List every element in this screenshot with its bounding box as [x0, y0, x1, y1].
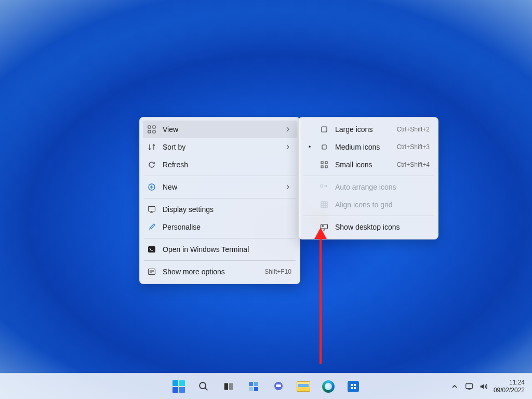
search-icon: [198, 381, 209, 392]
store-button[interactable]: [342, 376, 364, 397]
menu-item-shortcut: Shift+F10: [256, 268, 291, 275]
clock-time: 11:24: [494, 379, 525, 387]
menu-item-terminal[interactable]: Open in Windows Terminal: [143, 241, 297, 258]
edge-button[interactable]: [317, 376, 339, 397]
menu-item-label: Show more options: [163, 268, 250, 276]
svg-rect-26: [351, 384, 353, 386]
menu-item-label: New: [163, 183, 279, 191]
menu-separator: [303, 216, 434, 216]
menu-separator: [144, 260, 296, 261]
terminal-icon: [147, 245, 156, 254]
taskbar-center: [168, 374, 364, 399]
menu-item-label: Medium icons: [335, 143, 382, 151]
submenu-item-align-to-grid[interactable]: • Align icons to grid: [302, 196, 435, 214]
view-icon: [147, 125, 156, 134]
menu-item-label: Personalise: [163, 223, 291, 231]
svg-rect-27: [354, 384, 356, 386]
svg-rect-18: [224, 383, 228, 390]
menu-item-label: View: [163, 125, 279, 134]
edge-icon: [322, 380, 335, 393]
menu-item-label: Auto arrange icons: [335, 183, 430, 191]
svg-rect-14: [321, 185, 323, 187]
windows-logo-icon: [172, 380, 185, 393]
menu-separator: [144, 238, 296, 238]
start-button[interactable]: [168, 376, 190, 397]
svg-rect-12: [321, 166, 323, 168]
menu-separator: [303, 176, 434, 176]
auto-arrange-icon: [320, 182, 329, 192]
submenu-item-medium-icons[interactable]: • Medium icons Ctrl+Shift+3: [302, 138, 435, 156]
svg-rect-9: [322, 145, 326, 149]
tray-overflow-button[interactable]: [450, 382, 459, 391]
svg-rect-25: [276, 384, 281, 387]
submenu-item-auto-arrange[interactable]: • Auto arrange icons: [302, 178, 435, 196]
svg-rect-29: [354, 387, 356, 389]
menu-item-display-settings[interactable]: Display settings: [143, 201, 297, 218]
svg-rect-11: [325, 162, 327, 164]
svg-rect-19: [229, 383, 233, 390]
menu-item-shortcut: Ctrl+Shift+3: [389, 143, 430, 151]
more-options-icon: [147, 267, 156, 276]
svg-point-17: [200, 382, 206, 389]
menu-item-label: Large icons: [335, 125, 382, 134]
menu-item-personalise[interactable]: Personalise: [143, 218, 297, 236]
menu-item-shortcut: Ctrl+Shift+2: [389, 126, 430, 133]
svg-rect-20: [249, 382, 253, 386]
menu-separator: [144, 176, 296, 176]
sort-icon: [147, 142, 156, 152]
volume-icon[interactable]: [479, 382, 488, 391]
search-button[interactable]: [193, 376, 215, 397]
menu-item-label: Display settings: [163, 205, 291, 214]
submenu-item-large-icons[interactable]: • Large icons Ctrl+Shift+2: [302, 121, 435, 138]
taskbar: 11:24 09/02/2022: [0, 373, 532, 399]
menu-item-show-more-options[interactable]: Show more options Shift+F10: [143, 263, 297, 281]
menu-item-refresh[interactable]: Refresh: [143, 156, 297, 174]
chevron-right-icon: [285, 184, 291, 190]
svg-rect-0: [148, 126, 151, 128]
plus-circle-icon: [147, 182, 156, 192]
system-tray: 11:24 09/02/2022: [450, 374, 528, 399]
chat-button[interactable]: [268, 376, 289, 397]
menu-item-label: Refresh: [163, 161, 291, 169]
menu-item-view[interactable]: View: [143, 121, 297, 138]
chevron-right-icon: [285, 127, 291, 132]
refresh-icon: [147, 160, 156, 169]
svg-rect-28: [351, 387, 353, 389]
svg-rect-23: [254, 387, 258, 391]
menu-item-label: Open in Windows Terminal: [163, 245, 291, 254]
svg-rect-30: [466, 383, 473, 388]
align-grid-icon: [320, 200, 329, 209]
svg-point-16: [322, 225, 324, 227]
task-view-button[interactable]: [218, 376, 240, 397]
svg-rect-21: [254, 382, 258, 386]
submenu-item-show-desktop-icons[interactable]: • Show desktop icons: [302, 218, 435, 236]
display-icon: [147, 205, 156, 214]
taskbar-clock[interactable]: 11:24 09/02/2022: [494, 379, 528, 394]
menu-item-label: Show desktop icons: [335, 223, 430, 231]
widgets-icon: [247, 380, 260, 393]
network-icon[interactable]: [464, 382, 474, 391]
menu-item-shortcut: Ctrl+Shift+4: [389, 161, 430, 168]
view-submenu: • Large icons Ctrl+Shift+2 • Medium icon…: [298, 117, 438, 240]
menu-item-label: Sort by: [163, 143, 279, 151]
svg-rect-13: [325, 166, 327, 168]
store-icon: [348, 381, 359, 392]
menu-item-label: Small icons: [335, 161, 382, 169]
task-view-icon: [223, 381, 234, 392]
clock-date: 09/02/2022: [494, 387, 525, 394]
svg-rect-5: [149, 207, 155, 211]
file-explorer-icon: [297, 381, 310, 392]
small-icons-icon: [320, 160, 329, 169]
chevron-right-icon: [285, 144, 291, 150]
paintbrush-icon: [147, 222, 156, 232]
widgets-button[interactable]: [243, 376, 264, 397]
bullet-icon: •: [306, 143, 313, 151]
large-icons-icon: [320, 125, 329, 134]
menu-item-new[interactable]: New: [143, 178, 297, 196]
file-explorer-button[interactable]: [292, 376, 314, 397]
svg-rect-22: [249, 387, 253, 391]
submenu-item-small-icons[interactable]: • Small icons Ctrl+Shift+4: [302, 156, 435, 174]
svg-rect-3: [153, 130, 155, 133]
svg-rect-2: [148, 130, 151, 133]
menu-item-sort-by[interactable]: Sort by: [143, 138, 297, 156]
